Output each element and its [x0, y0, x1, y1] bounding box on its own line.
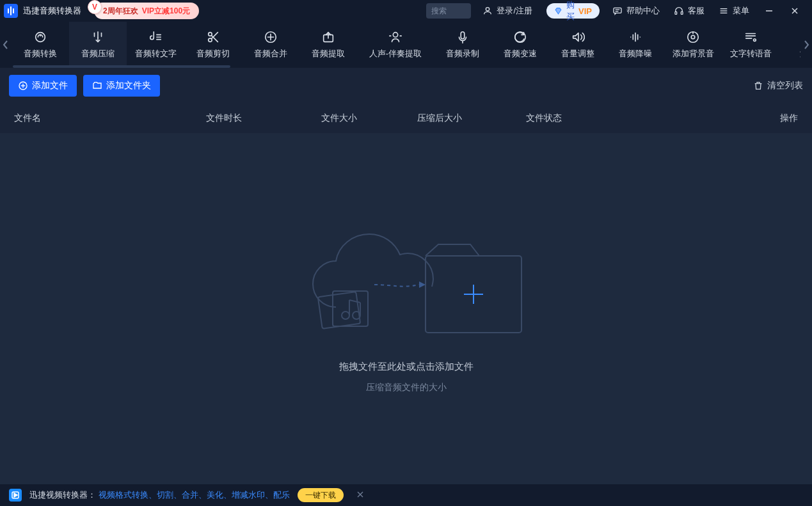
buy-vip-button[interactable]: 购买VIP: [546, 3, 600, 19]
to-text-icon: [148, 30, 163, 44]
merge-icon: [264, 30, 278, 44]
chevron-left-icon: [3, 40, 9, 50]
scroll-right-button[interactable]: [800, 22, 812, 68]
svg-point-14: [36, 33, 45, 42]
tool-label: 音频提取: [312, 48, 345, 59]
tool-label: 音频转文字: [135, 48, 177, 59]
empty-illustration-icon: [278, 224, 534, 352]
tool-label: 添加背景音: [673, 48, 714, 59]
cut-icon: [206, 30, 220, 44]
table-header: 文件名 文件时长 文件大小 压缩后大小 文件状态 操作: [0, 104, 812, 133]
th-compressed-size: 压缩后大小: [417, 113, 526, 124]
title-bar: 迅捷音频转换器 V 2周年狂欢 VIP立减100元 登录/注册 购买VIP 帮助…: [0, 0, 812, 22]
svg-marker-55: [419, 281, 426, 288]
customer-service-button[interactable]: 客服: [674, 5, 705, 17]
th-status: 文件状态: [526, 113, 641, 124]
svg-point-32: [393, 33, 397, 37]
clear-list-button[interactable]: 清空列表: [753, 80, 803, 91]
login-button[interactable]: 登录/注册: [482, 5, 532, 17]
footer-desc: 视频格式转换、切割、合并、美化、增减水印、配乐: [99, 489, 290, 501]
scrollbar-thumb[interactable]: [13, 65, 230, 68]
svg-rect-6: [675, 12, 677, 14]
tool-bgm[interactable]: 添加背景音: [664, 22, 722, 68]
tool-record[interactable]: 音频录制: [434, 22, 491, 68]
tool-to-text[interactable]: 音频转文字: [127, 22, 184, 68]
svg-rect-3: [614, 8, 621, 13]
svg-point-44: [691, 35, 695, 39]
vocal-split-icon: [388, 30, 402, 44]
th-duration: 文件时长: [206, 113, 321, 124]
menu-label: 菜单: [733, 5, 749, 17]
scroll-left-button[interactable]: [0, 22, 12, 68]
close-icon: [790, 6, 799, 15]
tool-compress[interactable]: 音频压缩: [69, 22, 127, 68]
app-logo: [4, 4, 18, 18]
drop-sub-text: 压缩音频文件的大小: [366, 382, 447, 393]
tool-convert[interactable]: 音频转换: [12, 22, 69, 68]
th-action: 操作: [760, 113, 798, 124]
svg-point-2: [486, 8, 490, 11]
svg-point-58: [342, 312, 349, 319]
minimize-icon: [765, 6, 774, 15]
tool-label: 音频转换: [24, 48, 57, 59]
tool-vocal-split[interactable]: 人声-伴奏提取: [357, 22, 434, 68]
tool-fade[interactable]: 淡入: [779, 22, 800, 68]
tool-label: 音频变速: [504, 48, 537, 59]
tool-label: 人声-伴奏提取: [369, 48, 422, 59]
user-icon: [482, 6, 493, 16]
tool-cut[interactable]: 音频剪切: [184, 22, 242, 68]
add-folder-button[interactable]: 添加文件夹: [83, 75, 160, 97]
footer-close-button[interactable]: [356, 490, 364, 500]
add-file-button[interactable]: 添加文件: [9, 75, 77, 97]
minimize-button[interactable]: [761, 3, 777, 19]
clear-list-label: 清空列表: [767, 80, 803, 91]
drop-hint-text: 拖拽文件至此处或点击添加文件: [339, 361, 474, 373]
svg-marker-63: [14, 493, 17, 497]
tool-speed[interactable]: 音频变速: [491, 22, 549, 68]
promo-text-discount: VIP立减100元: [142, 6, 190, 17]
tool-label: 文字转语音: [730, 48, 772, 59]
tool-label: 音量调整: [561, 48, 594, 59]
vip-badge-icon: V: [88, 0, 102, 14]
tool-label: 音频压缩: [81, 48, 115, 59]
tool-denoise[interactable]: 音频降噪: [607, 22, 664, 68]
download-button[interactable]: 一键下载: [298, 488, 344, 502]
diamond-icon: [554, 7, 562, 15]
tool-volume[interactable]: 音量调整: [549, 22, 607, 68]
svg-rect-57: [333, 291, 368, 326]
toolstrip-scrollbar[interactable]: [13, 65, 799, 68]
tool-strip: 音频转换音频压缩音频转文字音频剪切音频合并音频提取人声-伴奏提取音频录制音频变速…: [0, 22, 812, 68]
svg-rect-35: [461, 32, 465, 39]
chat-icon: [612, 6, 623, 16]
svg-rect-7: [681, 12, 683, 14]
headset-icon: [674, 6, 684, 16]
tool-extract[interactable]: 音频提取: [299, 22, 357, 68]
tool-tts[interactable]: 文字转语音: [722, 22, 779, 68]
search-input[interactable]: [431, 6, 462, 15]
tool-label: 音频合并: [254, 48, 287, 59]
help-center-button[interactable]: 帮助中心: [612, 5, 660, 17]
close-button[interactable]: [786, 3, 803, 19]
menu-button[interactable]: 菜单: [719, 5, 749, 17]
promo-banner[interactable]: V 2周年狂欢 VIP立减100元: [94, 3, 199, 19]
close-icon: [356, 491, 364, 498]
drop-zone[interactable]: 拖拽文件至此处或点击添加文件 压缩音频文件的大小: [0, 133, 812, 484]
record-icon: [456, 30, 470, 44]
speed-icon: [513, 30, 527, 44]
service-label: 客服: [688, 5, 705, 17]
search-box[interactable]: [426, 3, 471, 19]
app-title: 迅捷音频转换器: [23, 5, 81, 17]
folder-icon: [92, 81, 102, 91]
footer-bar: 迅捷视频转换器： 视频格式转换、切割、合并、美化、增减水印、配乐 一键下载: [0, 484, 812, 506]
volume-icon: [571, 30, 585, 44]
hamburger-icon: [719, 6, 729, 16]
th-filesize: 文件大小: [321, 113, 417, 124]
trash-icon: [753, 81, 763, 91]
plus-circle-icon: [18, 81, 28, 91]
tool-merge[interactable]: 音频合并: [242, 22, 299, 68]
tool-label: 音频剪切: [196, 48, 230, 59]
chevron-right-icon: [803, 40, 809, 50]
add-file-label: 添加文件: [32, 80, 68, 91]
bgm-icon: [686, 30, 700, 44]
svg-rect-56: [317, 292, 360, 329]
